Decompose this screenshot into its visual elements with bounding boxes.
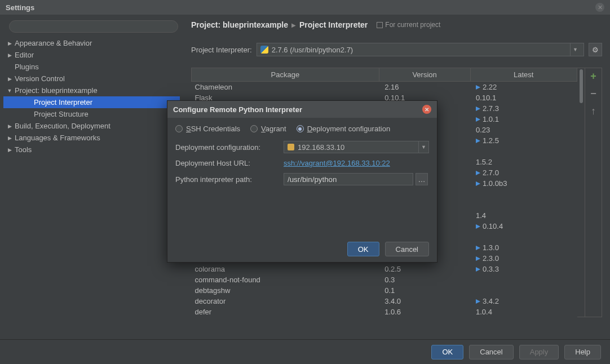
chevron-down-icon: ▼	[7, 88, 12, 94]
chevron-down-icon: ▼	[570, 43, 580, 56]
sidebar-item-label: Languages & Frameworks	[15, 134, 100, 142]
table-row[interactable]: defer1.0.61.0.4	[192, 307, 577, 317]
browse-button[interactable]: …	[415, 173, 428, 185]
current-project-badge: For current project	[377, 21, 440, 29]
upgrade-arrow-icon	[476, 256, 480, 261]
radio-icon	[297, 125, 304, 132]
interpreter-dropdown[interactable]: 2.7.6 (/usr/bin/python2.7) ▼	[257, 43, 584, 56]
table-row[interactable]: Chameleon2.162.22	[192, 82, 577, 93]
sidebar-item[interactable]: ▶Languages & Frameworks	[3, 132, 180, 144]
sidebar-item[interactable]: ▶Editor	[3, 49, 180, 61]
table-row[interactable]: debtagshw0.1	[192, 285, 577, 296]
gear-button[interactable]: ⚙	[589, 43, 602, 56]
sidebar-item-label: Version Control	[15, 74, 65, 83]
upgrade-arrow-icon	[476, 224, 480, 229]
modal-titlebar[interactable]: Configure Remote Python Interpreter ✕	[167, 101, 437, 118]
upgrade-arrow-icon	[476, 246, 480, 250]
modal-ok-button[interactable]: OK	[347, 242, 379, 256]
settings-sidebar: ⌕ ▶Appearance & Behavior▶EditorPlugins▶V…	[0, 15, 183, 336]
interpreter-label: Project Interpreter:	[191, 46, 252, 54]
host-url-link[interactable]: ssh://vagrant@192.168.33.10:22	[284, 159, 429, 167]
package-actions: + − ↑	[585, 68, 602, 317]
sidebar-item[interactable]: ▶Build, Execution, Deployment	[3, 120, 180, 132]
table-row[interactable]: command-not-found0.3	[192, 274, 577, 285]
sidebar-item-label: Appearance & Behavior	[15, 39, 92, 47]
sidebar-item-label: Build, Execution, Deployment	[15, 122, 110, 130]
sidebar-item[interactable]: ▶Tools	[3, 144, 180, 156]
gear-icon: ⚙	[592, 46, 599, 54]
scrollbar[interactable]	[577, 68, 585, 317]
python-icon	[260, 46, 268, 54]
sidebar-item-label: Editor	[15, 51, 34, 59]
sidebar-item[interactable]: ▶Appearance & Behavior	[3, 37, 180, 49]
col-latest[interactable]: Latest	[470, 68, 577, 82]
modal-cancel-button[interactable]: Cancel	[385, 242, 429, 256]
deployment-config-dropdown[interactable]: 192.168.33.10 ▼	[284, 141, 429, 153]
scrollbar-thumb[interactable]	[580, 69, 583, 103]
sidebar-item-label: Project Structure	[34, 110, 89, 118]
host-url-label: Deployment Host URL:	[175, 159, 284, 167]
upgrade-arrow-icon	[476, 106, 480, 111]
breadcrumb-page: Project Interpreter	[299, 20, 368, 29]
remote-interpreter-dialog: Configure Remote Python Interpreter ✕ SS…	[167, 100, 437, 263]
table-row[interactable]: colorama0.2.50.3.3	[192, 264, 577, 274]
col-version[interactable]: Version	[379, 68, 470, 82]
radio-ssh[interactable]: SSH Credentials	[175, 125, 240, 133]
upgrade-arrow-icon	[476, 181, 480, 186]
interpreter-path-input[interactable]	[284, 173, 413, 185]
modal-close-button[interactable]: ✕	[422, 105, 431, 114]
chevron-right-icon: ▶	[7, 52, 12, 58]
upgrade-arrow-icon	[476, 171, 480, 175]
col-package[interactable]: Package	[192, 68, 379, 82]
upgrade-arrow-icon	[476, 299, 480, 304]
settings-tree: ▶Appearance & Behavior▶EditorPlugins▶Ver…	[3, 37, 180, 156]
cancel-button[interactable]: Cancel	[469, 345, 513, 359]
upgrade-arrow-icon	[476, 117, 480, 122]
source-radio-group: SSH Credentials Vagrant Deployment confi…	[175, 125, 429, 133]
sidebar-item[interactable]: ▼Project: blueprintexample	[3, 85, 180, 96]
chevron-right-icon: ▶	[7, 135, 12, 141]
deployment-config-label: Deployment configuration:	[175, 143, 284, 152]
modal-title: Configure Remote Python Interpreter	[173, 105, 302, 114]
window-titlebar: Settings ✕	[0, 0, 610, 15]
breadcrumb: Project: blueprintexample ▶ Project Inte…	[191, 20, 602, 29]
server-icon	[288, 144, 294, 150]
close-icon[interactable]: ✕	[595, 3, 604, 12]
radio-deployment[interactable]: Deployment configuration	[297, 125, 390, 133]
radio-icon	[175, 125, 183, 132]
dialog-footer: OK Cancel Apply Help	[0, 339, 610, 364]
ok-button[interactable]: OK	[431, 345, 463, 359]
search-input[interactable]	[9, 20, 178, 33]
remove-package-button[interactable]: −	[590, 88, 596, 100]
help-button[interactable]: Help	[564, 345, 601, 359]
chevron-right-icon: ▶	[7, 76, 12, 82]
upgrade-arrow-icon	[476, 85, 480, 90]
sidebar-item-label: Plugins	[15, 63, 39, 71]
radio-icon	[250, 125, 258, 132]
sidebar-item[interactable]: ▶Version Control	[3, 73, 180, 85]
window-title: Settings	[6, 3, 34, 12]
apply-button[interactable]: Apply	[519, 345, 559, 359]
sidebar-item[interactable]: Project Interpreter	[3, 96, 180, 108]
sidebar-item-label: Project: blueprintexample	[15, 86, 98, 95]
upgrade-package-button[interactable]: ↑	[591, 105, 596, 117]
upgrade-arrow-icon	[476, 267, 480, 272]
sidebar-item-label: Project Interpreter	[34, 98, 92, 106]
chevron-right-icon: ▶	[7, 41, 12, 46]
copy-icon	[377, 22, 383, 28]
chevron-down-icon: ▼	[418, 141, 428, 153]
chevron-right-icon: ▶	[291, 22, 296, 28]
chevron-right-icon: ▶	[7, 147, 12, 153]
sidebar-item[interactable]: Project Structure	[3, 108, 180, 120]
upgrade-arrow-icon	[476, 139, 480, 143]
sidebar-item[interactable]: Plugins	[3, 61, 180, 73]
breadcrumb-project: Project: blueprintexample	[191, 20, 288, 29]
interpreter-path-label: Python interpreter path:	[175, 175, 284, 184]
radio-vagrant[interactable]: Vagrant	[250, 125, 286, 133]
add-package-button[interactable]: +	[590, 70, 596, 82]
table-row[interactable]: decorator3.4.03.4.2	[192, 296, 577, 307]
chevron-right-icon: ▶	[7, 123, 12, 129]
sidebar-item-label: Tools	[15, 145, 32, 154]
